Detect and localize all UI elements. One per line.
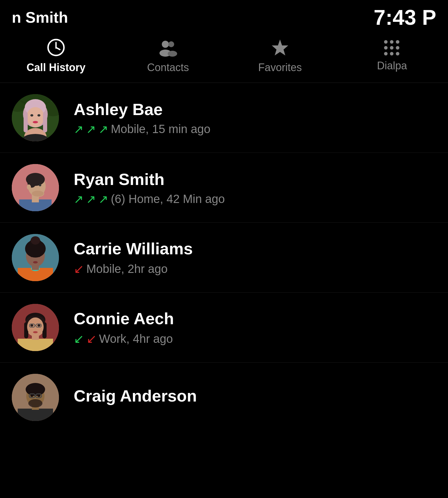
dialpad-icon bbox=[384, 40, 400, 56]
contacts-icon bbox=[158, 38, 178, 58]
svg-point-4 bbox=[168, 41, 174, 47]
contact-name: Connie Aech bbox=[74, 309, 436, 328]
svg-rect-50 bbox=[18, 339, 53, 351]
svg-point-46 bbox=[33, 261, 38, 263]
carrier-name: n Smith bbox=[12, 9, 68, 26]
status-bar: n Smith 7:43 P bbox=[0, 0, 448, 32]
outgoing-arrow-2: ↗ bbox=[86, 192, 96, 206]
outgoing-arrow-3: ↗ bbox=[98, 192, 108, 206]
svg-point-71 bbox=[27, 386, 34, 394]
svg-point-19 bbox=[37, 114, 40, 117]
tab-favorites[interactable]: Favorites bbox=[224, 38, 336, 74]
outgoing-arrow-3: ↗ bbox=[98, 122, 108, 136]
list-item[interactable]: Carrie Williams ↙ Mobile, 2hr ago bbox=[0, 223, 448, 293]
missed-arrow-2: ↙ bbox=[86, 332, 97, 346]
avatar bbox=[12, 374, 59, 421]
svg-point-44 bbox=[30, 255, 33, 257]
call-info: Carrie Williams ↙ Mobile, 2hr ago bbox=[74, 239, 436, 276]
outgoing-arrow-2: ↗ bbox=[86, 122, 96, 136]
outgoing-arrow-1: ↗ bbox=[74, 192, 84, 206]
svg-point-6 bbox=[168, 51, 177, 57]
svg-marker-7 bbox=[272, 40, 288, 55]
list-item[interactable]: Ashley Bae ↗ ↗ ↗ Mobile, 15 min ago bbox=[0, 83, 448, 153]
call-info: Connie Aech ↙ ↙ Work, 4hr ago bbox=[74, 309, 436, 346]
outgoing-arrow-1: ↗ bbox=[74, 122, 84, 136]
call-details: ↙ ↙ Work, 4hr ago bbox=[74, 332, 436, 346]
tab-call-history[interactable]: Call History bbox=[0, 38, 112, 74]
incoming-arrow: ↙ bbox=[74, 332, 84, 346]
avatar bbox=[12, 94, 59, 141]
call-info: Craig Anderson bbox=[74, 386, 436, 409]
clock-icon bbox=[47, 38, 65, 58]
svg-point-74 bbox=[30, 394, 33, 397]
call-details: ↙ Mobile, 2hr ago bbox=[74, 262, 436, 276]
svg-point-32 bbox=[39, 184, 41, 186]
tab-dialpad[interactable]: Dialpa bbox=[336, 40, 448, 72]
call-meta: Mobile, 2hr ago bbox=[86, 262, 168, 276]
svg-point-20 bbox=[33, 121, 38, 123]
call-details: ↗ ↗ ↗ Mobile, 15 min ago bbox=[74, 122, 436, 136]
contact-name: Carrie Williams bbox=[74, 239, 436, 258]
svg-point-43 bbox=[31, 236, 40, 245]
list-item[interactable]: Craig Anderson bbox=[0, 363, 448, 424]
contact-name: Craig Anderson bbox=[74, 386, 436, 405]
svg-point-31 bbox=[27, 184, 31, 190]
call-details: ↗ ↗ ↗ (6) Home, 42 Min ago bbox=[74, 192, 436, 206]
avatar bbox=[12, 164, 59, 211]
list-item[interactable]: Ryan Smith ↗ ↗ ↗ (6) Home, 42 Min ago bbox=[0, 153, 448, 223]
list-item[interactable]: Connie Aech ↙ ↙ Work, 4hr ago bbox=[0, 293, 448, 363]
svg-point-60 bbox=[33, 331, 38, 333]
status-time: 7:43 P bbox=[374, 5, 436, 30]
svg-point-59 bbox=[37, 324, 40, 327]
svg-point-73 bbox=[28, 399, 42, 407]
call-history-label: Call History bbox=[27, 61, 85, 74]
dialpad-label: Dialpa bbox=[377, 60, 407, 72]
svg-point-17 bbox=[27, 107, 44, 127]
call-info: Ashley Bae ↗ ↗ ↗ Mobile, 15 min ago bbox=[74, 100, 436, 136]
svg-rect-21 bbox=[24, 112, 28, 132]
favorites-label: Favorites bbox=[258, 61, 302, 74]
contacts-label: Contacts bbox=[147, 61, 189, 74]
svg-point-18 bbox=[30, 114, 33, 117]
tab-contacts[interactable]: Contacts bbox=[112, 38, 224, 74]
call-info: Ryan Smith ↗ ↗ ↗ (6) Home, 42 Min ago bbox=[74, 170, 436, 206]
avatar bbox=[12, 304, 59, 351]
call-meta: (6) Home, 42 Min ago bbox=[111, 192, 225, 206]
svg-point-58 bbox=[30, 324, 33, 327]
call-meta: Work, 4hr ago bbox=[99, 332, 173, 345]
call-list: Ashley Bae ↗ ↗ ↗ Mobile, 15 min ago bbox=[0, 83, 448, 424]
missed-arrow: ↙ bbox=[74, 262, 84, 276]
call-meta: Mobile, 15 min ago bbox=[111, 122, 210, 136]
svg-point-72 bbox=[37, 386, 44, 394]
svg-line-2 bbox=[56, 47, 60, 50]
svg-point-45 bbox=[37, 255, 40, 257]
nav-tabs: Call History Contacts Favorites bbox=[0, 32, 448, 83]
svg-point-3 bbox=[162, 41, 169, 48]
star-icon bbox=[271, 38, 289, 58]
contact-name: Ryan Smith bbox=[74, 170, 436, 189]
svg-rect-22 bbox=[43, 112, 47, 132]
svg-point-34 bbox=[32, 191, 44, 196]
svg-rect-67 bbox=[18, 409, 53, 421]
contact-name: Ashley Bae bbox=[74, 100, 436, 119]
avatar bbox=[12, 234, 59, 281]
svg-point-75 bbox=[37, 394, 40, 397]
